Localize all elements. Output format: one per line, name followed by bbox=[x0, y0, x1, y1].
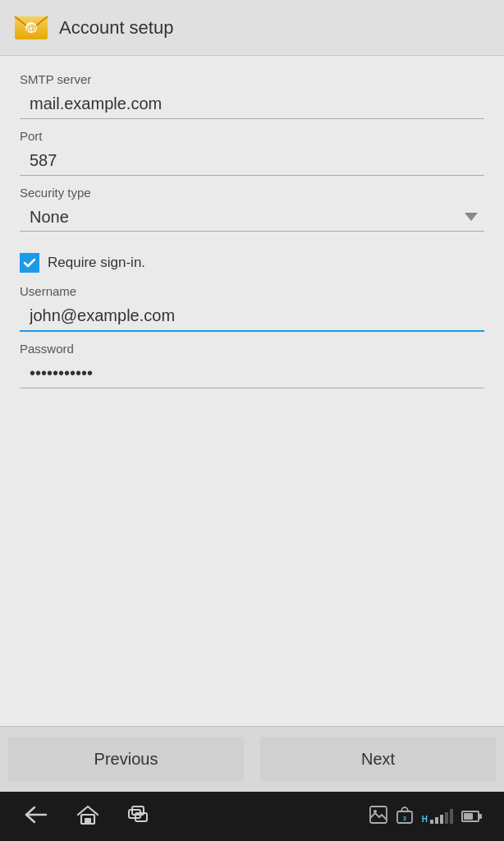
signal-bar-4 bbox=[445, 812, 448, 824]
battery-icon bbox=[461, 811, 479, 822]
port-field-group: Port bbox=[20, 129, 484, 176]
previous-button[interactable]: Previous bbox=[8, 737, 244, 782]
home-icon bbox=[77, 805, 99, 825]
smtp-input[interactable] bbox=[20, 90, 484, 119]
page-title: Account setup bbox=[59, 17, 173, 39]
home-button[interactable] bbox=[77, 805, 99, 828]
button-bar: Previous Next bbox=[0, 726, 504, 792]
security-field-group: Security type None SSL/TLS STARTTLS bbox=[20, 186, 484, 232]
signal-bar-5 bbox=[450, 809, 453, 824]
system-nav-bar: 3 H bbox=[0, 792, 504, 841]
password-label: Password bbox=[20, 342, 484, 356]
require-signin-checkbox[interactable] bbox=[20, 253, 39, 273]
require-signin-row: Require sign-in. bbox=[20, 253, 484, 273]
port-input[interactable] bbox=[20, 146, 484, 176]
username-field-group: Username bbox=[20, 284, 484, 332]
security-dropdown[interactable]: None SSL/TLS STARTTLS bbox=[20, 203, 484, 231]
main-content: SMTP server Port Security type None SSL/… bbox=[0, 56, 504, 726]
system-nav-right: 3 H bbox=[369, 806, 479, 827]
password-field-group: Password bbox=[20, 342, 484, 388]
smtp-field-group: SMTP server bbox=[20, 72, 484, 119]
email-icon: @ bbox=[13, 10, 49, 46]
signal-bar-1 bbox=[430, 820, 433, 824]
next-button[interactable]: Next bbox=[260, 737, 496, 782]
gallery-icon bbox=[369, 806, 387, 827]
signal-indicator: H bbox=[422, 809, 453, 824]
security-dropdown-wrapper: None SSL/TLS STARTTLS bbox=[20, 203, 484, 232]
smtp-label: SMTP server bbox=[20, 72, 484, 86]
svg-text:@: @ bbox=[26, 22, 37, 34]
svg-rect-6 bbox=[85, 818, 91, 824]
svg-text:3: 3 bbox=[403, 816, 406, 821]
signal-bar-2 bbox=[435, 817, 438, 824]
back-button[interactable] bbox=[25, 806, 48, 827]
require-signin-label: Require sign-in. bbox=[48, 255, 145, 271]
signal-bar-3 bbox=[440, 815, 443, 824]
back-icon bbox=[25, 806, 48, 824]
security-label: Security type bbox=[20, 186, 484, 200]
password-input[interactable] bbox=[20, 359, 484, 388]
username-label: Username bbox=[20, 284, 484, 298]
battery-fill bbox=[464, 813, 473, 820]
username-input[interactable] bbox=[20, 301, 484, 332]
signal-bars bbox=[430, 809, 453, 824]
checkmark-icon bbox=[23, 256, 36, 269]
h-badge: H bbox=[422, 815, 428, 824]
port-label: Port bbox=[20, 129, 484, 143]
recents-icon bbox=[128, 806, 148, 824]
recents-button[interactable] bbox=[128, 806, 148, 827]
system-nav-left bbox=[25, 805, 148, 828]
app-header: @ Account setup bbox=[0, 0, 504, 56]
bag-icon: 3 bbox=[396, 806, 414, 827]
